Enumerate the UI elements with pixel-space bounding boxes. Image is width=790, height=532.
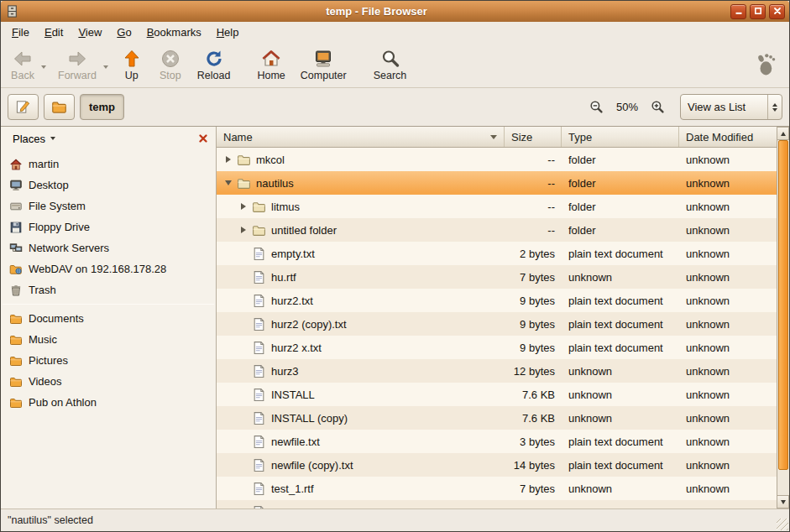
menu-go[interactable]: Go: [109, 23, 139, 41]
expander-collapsed-icon[interactable]: [237, 227, 250, 233]
close-button[interactable]: [769, 4, 785, 19]
type-cell: unknown: [562, 482, 679, 495]
scrollbar-track[interactable]: [777, 140, 789, 495]
menu-bookmarks[interactable]: Bookmarks: [139, 23, 209, 41]
file-row-install[interactable]: INSTALL7.6 KBunknownunknown: [217, 383, 777, 406]
sidebar-item-martin[interactable]: martin: [1, 154, 216, 175]
name-cell: INSTALL: [217, 388, 505, 402]
size-cell: 9 bytes: [505, 342, 562, 354]
expander-collapsed-icon[interactable]: [237, 203, 250, 210]
places-selector[interactable]: Places: [8, 130, 60, 148]
sidebar-item-trash[interactable]: Trash: [1, 279, 216, 300]
floppy-icon: [9, 221, 23, 234]
minimize-button[interactable]: [730, 4, 746, 19]
date-cell: unknown: [679, 271, 777, 284]
date-cell: unknown: [679, 224, 777, 237]
date-cell: unknown: [679, 412, 777, 425]
file-row-hu-rtf[interactable]: hu.rtf7 bytesunknownunknown: [217, 265, 777, 289]
file-row-newfile-txt[interactable]: newfile.txt3 bytesplain text documentunk…: [217, 430, 777, 453]
menu-edit[interactable]: Edit: [37, 23, 71, 41]
zoom-in-button[interactable]: [648, 98, 667, 117]
folder-icon: [237, 153, 251, 167]
search-button[interactable]: Search: [369, 46, 412, 84]
file-row-hurz2-x-txt[interactable]: hurz2 x.txt9 bytesplain text documentunk…: [217, 336, 777, 359]
scroll-down-button[interactable]: [777, 495, 789, 509]
path-current-button[interactable]: temp: [80, 94, 124, 120]
size-cell: 9 bytes: [505, 318, 562, 331]
file-row-test-1-rtf[interactable]: test_1.rtf7 bytesunknownunknown: [217, 477, 777, 500]
file-row-hurz3[interactable]: hurz312 bytesunknownunknown: [217, 359, 777, 383]
menu-file[interactable]: File: [4, 23, 37, 41]
file-row-install-copy[interactable]: INSTALL (copy)7.6 KBunknownunknown: [217, 406, 777, 430]
column-header-date-modified[interactable]: Date Modified: [679, 127, 777, 147]
path-root-button[interactable]: [44, 94, 75, 120]
status-bar: "nautilus" selected: [1, 509, 789, 531]
size-cell: 14 bytes: [505, 459, 562, 472]
date-cell: unknown: [679, 248, 777, 260]
file-rows: mkcol--folderunknownnautilus--folderunkn…: [217, 148, 777, 509]
size-cell: 3 bytes: [505, 436, 562, 448]
sidebar-item-floppy-drive[interactable]: Floppy Drive: [1, 216, 216, 237]
size-cell: 12 bytes: [505, 365, 562, 378]
sidebar-item-pub-on-athlon[interactable]: Pub on Athlon: [1, 392, 216, 413]
sidebar-separator: [3, 304, 214, 305]
toolbar: BackForwardUpStopReloadHomeComputerSearc…: [1, 42, 789, 88]
computer-icon: [313, 49, 333, 69]
edit-location-button[interactable]: [8, 94, 39, 120]
forward-arrow-icon: [67, 49, 87, 69]
type-cell: folder: [562, 154, 679, 166]
date-cell: unknown: [679, 318, 777, 331]
file-row-nautilus[interactable]: nautilus--folderunknown: [217, 171, 777, 195]
home-button[interactable]: Home: [252, 46, 290, 84]
maximize-button[interactable]: [750, 4, 766, 19]
date-cell: unknown: [679, 459, 777, 472]
file-row-untitled-folder-2[interactable]: untitled folder (2)1.7 KBunknownunknown: [217, 500, 777, 509]
type-cell: plain text document: [562, 248, 679, 260]
file-row-newfile-copy-txt[interactable]: newfile (copy).txt14 bytesplain text doc…: [217, 453, 777, 477]
scroll-up-button[interactable]: [777, 127, 789, 140]
file-row-hurz2-copy-txt[interactable]: hurz2 (copy).txt9 bytesplain text docume…: [217, 312, 777, 336]
up-arrow-icon: [781, 132, 786, 136]
file-row-mkcol[interactable]: mkcol--folderunknown: [217, 148, 777, 171]
file-row-litmus[interactable]: litmus--folderunknown: [217, 195, 777, 218]
view-as-combo[interactable]: View as List: [680, 94, 782, 120]
sidebar-item-file-system[interactable]: File System: [1, 196, 216, 216]
view-mode-label: View as List: [681, 101, 767, 113]
file-row-untitled-folder[interactable]: untitled folder--folderunknown: [217, 218, 777, 242]
sidebar-item-pictures[interactable]: Pictures: [1, 350, 216, 371]
name-cell: hurz2 x.txt: [217, 341, 505, 355]
sidebar-item-desktop[interactable]: Desktop: [1, 175, 216, 196]
vertical-scrollbar[interactable]: [777, 127, 789, 509]
close-icon: [773, 5, 782, 18]
zoom-out-button[interactable]: [588, 98, 606, 117]
expander-collapsed-icon[interactable]: [222, 156, 235, 163]
name-cell: hurz3: [217, 364, 505, 378]
column-header-size[interactable]: Size: [505, 127, 562, 147]
titlebar[interactable]: temp - File Browser: [1, 1, 789, 22]
sidebar-close-button[interactable]: [196, 131, 211, 146]
column-header-type[interactable]: Type: [562, 127, 679, 147]
sidebar-item-documents[interactable]: Documents: [1, 308, 216, 329]
sidebar-item-network-servers[interactable]: Network Servers: [1, 237, 216, 258]
column-header-row: NameSizeTypeDate Modified: [217, 127, 777, 148]
sidebar-item-music[interactable]: Music: [1, 329, 216, 350]
sidebar-item-videos[interactable]: Videos: [1, 371, 216, 392]
file-row-empty-txt[interactable]: empty.txt2 bytesplain text documentunkno…: [217, 242, 777, 265]
file-list-view: NameSizeTypeDate Modified mkcol--folderu…: [217, 127, 777, 509]
file-row-hurz2-txt[interactable]: hurz2.txt9 bytesplain text documentunkno…: [217, 289, 777, 312]
up-button[interactable]: Up: [115, 46, 149, 84]
menu-view[interactable]: View: [71, 23, 109, 41]
places-header: Places: [1, 127, 216, 150]
home-folder-icon: [9, 158, 23, 171]
type-cell: unknown: [562, 389, 679, 401]
resize-grip[interactable]: [777, 519, 788, 530]
reload-button[interactable]: Reload: [192, 46, 236, 84]
column-header-name[interactable]: Name: [217, 127, 505, 147]
scrollbar-thumb[interactable]: [778, 140, 788, 470]
menu-help[interactable]: Help: [209, 23, 247, 41]
computer-button[interactable]: Computer: [296, 46, 352, 84]
type-cell: folder: [562, 224, 679, 237]
sidebar-item-webdav-on-192-168-178-28[interactable]: WebDAV on 192.168.178.28: [1, 258, 216, 279]
expander-expanded-icon[interactable]: [222, 180, 235, 185]
down-arrow-icon: [781, 500, 786, 504]
